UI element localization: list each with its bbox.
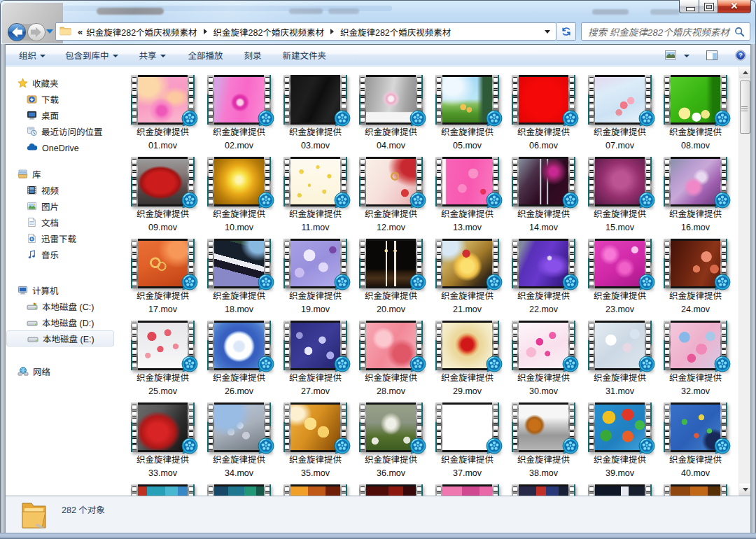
svg-text:?: ? (738, 52, 743, 59)
